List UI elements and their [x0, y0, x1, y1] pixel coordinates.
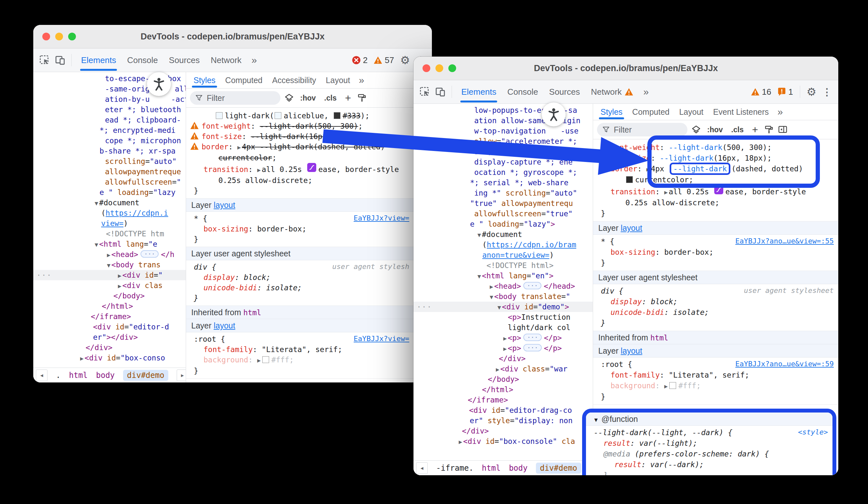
- css-declaration[interactable]: font-weight: --light-dark(500, 300);: [593, 142, 838, 153]
- dom-tree-line[interactable]: ▶<p>···</p>: [413, 333, 593, 343]
- dom-tree-line[interactable]: ▶<head>···</h: [33, 249, 186, 260]
- breadcrumb-item[interactable]: html: [482, 464, 501, 473]
- breadcrumb-back-icon[interactable]: ◀: [416, 462, 428, 474]
- dom-tree-line[interactable]: <!DOCTYPE htm: [33, 229, 186, 239]
- css-declaration[interactable]: }: [186, 293, 432, 303]
- dom-tree-line[interactable]: ▶<p>···</p>: [413, 343, 593, 353]
- dom-tree-line[interactable]: </iframe>: [33, 311, 186, 322]
- specificity-icon[interactable]: [691, 125, 701, 134]
- css-declaration[interactable]: result: var(--dark);: [586, 460, 833, 470]
- dom-tree-line[interactable]: ▼#document: [33, 198, 186, 208]
- dom-tree-line[interactable]: b-share *; xr-spa: [33, 146, 186, 156]
- new-style-rule-button[interactable]: +: [345, 92, 351, 104]
- css-declaration[interactable]: * {: [186, 213, 432, 224]
- dom-tree-line[interactable]: allowpaymentreque: [33, 167, 186, 177]
- link[interactable]: view=: [101, 219, 123, 228]
- dock-side-icon[interactable]: [778, 125, 787, 134]
- dom-tree-line[interactable]: ▶<div class="war: [413, 364, 593, 374]
- titlebar[interactable]: DevTools - codepen.io/bramus/pen/EaYBJJx: [33, 25, 432, 49]
- dom-tree-line[interactable]: ▶<div clas: [33, 280, 186, 291]
- dom-tree-line[interactable]: ▼<body translate=": [413, 291, 593, 302]
- device-toolbar-icon[interactable]: [53, 53, 68, 68]
- css-declaration[interactable]: border: ▶4px --light-dark(dashed, dotted…: [186, 142, 432, 153]
- dom-tree-line[interactable]: <p>Instruction: [413, 312, 593, 322]
- dom-tree-line[interactable]: a *; clipboard-read *;: [413, 147, 593, 157]
- css-declaration[interactable]: }: [186, 185, 432, 196]
- filter-input[interactable]: Filter: [597, 123, 688, 137]
- more-sidebar-tabs-icon[interactable]: »: [774, 107, 787, 117]
- css-declaration[interactable]: unicode-bidi: isolate;: [593, 307, 838, 318]
- node-options-icon[interactable]: ···: [37, 270, 52, 280]
- link[interactable]: layout: [214, 321, 235, 330]
- css-declaration[interactable]: --light-dark(--light, --dark) {: [586, 427, 833, 438]
- breadcrumb-forward-icon[interactable]: ▶: [177, 370, 186, 381]
- dom-tree-line[interactable]: ▼<html lang="e: [33, 239, 186, 249]
- css-declaration[interactable]: font-weight: --light-dark(500, 300);: [186, 121, 432, 131]
- link[interactable]: layout: [214, 200, 235, 210]
- dom-tree-line[interactable]: scrolling="auto": [33, 156, 186, 167]
- css-declaration[interactable]: * {: [593, 236, 838, 247]
- dom-tree-line[interactable]: </div>: [413, 353, 593, 364]
- css-declaration[interactable]: 0.25s allow-discrete;: [593, 198, 838, 208]
- css-declaration[interactable]: 0.25s allow-discrete;: [186, 175, 432, 185]
- css-declaration[interactable]: }: [186, 234, 432, 244]
- dom-tree-line[interactable]: "true" allowpaymentrequ: [413, 198, 593, 209]
- more-sidebar-tabs-icon[interactable]: »: [355, 75, 368, 86]
- dom-tree-line[interactable]: </iframe>: [413, 395, 593, 405]
- css-declaration[interactable]: }: [593, 318, 838, 329]
- dom-tree-line[interactable]: ▶<div id="box-console" cla: [413, 436, 593, 446]
- dom-tree-line[interactable]: er"></div>: [33, 332, 186, 342]
- error-count-badge[interactable]: 2: [352, 55, 368, 65]
- dom-tree-line[interactable]: ···▼<div id="demo">: [413, 302, 593, 312]
- breadcrumb-item[interactable]: .: [56, 371, 60, 380]
- tab-console[interactable]: Console: [122, 49, 163, 72]
- dom-tree-line[interactable]: er" style="display: non: [413, 415, 593, 426]
- dom-tree-line[interactable]: cope *; microphon: [33, 135, 186, 146]
- minimize-window-icon[interactable]: [55, 33, 63, 40]
- css-declaration[interactable]: }: [186, 366, 432, 376]
- dom-tree-line[interactable]: allowfullscreen=": [33, 177, 186, 187]
- dom-tree-line[interactable]: anon=true&view=): [413, 250, 593, 260]
- tab-sources[interactable]: Sources: [544, 80, 585, 103]
- more-tabs-icon[interactable]: »: [640, 86, 653, 97]
- css-declaration[interactable]: currentcolor;: [186, 153, 432, 163]
- tab-elements[interactable]: Elements: [75, 49, 122, 72]
- dom-tree-line[interactable]: ocation *; gyroscope *;: [413, 167, 593, 178]
- zoom-window-icon[interactable]: [448, 64, 456, 72]
- settings-gear-icon[interactable]: ⚙: [397, 53, 413, 68]
- dom-tree-line[interactable]: (https://cdpn.i: [33, 208, 186, 218]
- dom-tree-line[interactable]: </html>: [413, 384, 593, 395]
- sidebar-tab-accessibility[interactable]: Accessibility: [267, 72, 321, 88]
- sidebar-tab-layout[interactable]: Layout: [674, 104, 708, 120]
- toggle-hover-state-button[interactable]: :hov: [300, 94, 316, 102]
- minimize-window-icon[interactable]: [435, 64, 443, 72]
- dom-tree-line[interactable]: e " loading="lazy">: [413, 219, 593, 229]
- dom-tree-line[interactable]: </body>: [33, 291, 186, 301]
- css-declaration[interactable]: border: ▶4px --light-dark(dashed, dotted…: [593, 164, 838, 174]
- breadcrumb-item[interactable]: div#demo: [536, 463, 581, 474]
- css-declaration[interactable]: }: [593, 208, 838, 219]
- css-declaration[interactable]: box-sizing: border-box;: [186, 224, 432, 234]
- css-declaration[interactable]: display: block;: [186, 272, 432, 283]
- dom-tree-line[interactable]: (https://cdpn.io/bram: [413, 240, 593, 250]
- css-declaration[interactable]: background: ▶#fff;: [593, 381, 838, 392]
- inspect-element-icon[interactable]: [417, 84, 432, 99]
- sidebar-tab-computed[interactable]: Computed: [627, 104, 674, 120]
- breadcrumb-item[interactable]: html: [69, 371, 87, 380]
- more-tabs-icon[interactable]: »: [248, 54, 261, 65]
- toggle-class-button[interactable]: .cls: [731, 125, 744, 134]
- link[interactable]: https://cdpn.io/bram: [487, 241, 576, 249]
- tab-elements[interactable]: Elements: [456, 80, 502, 103]
- dom-tree-line[interactable]: ▶<div id="box-conso: [33, 353, 186, 363]
- dom-tree-line[interactable]: ▶<head>···</head>: [413, 281, 593, 291]
- css-declaration[interactable]: }: [586, 470, 833, 475]
- css-declaration[interactable]: }: [593, 392, 838, 402]
- breadcrumb-item[interactable]: -iframe.: [436, 464, 474, 473]
- dom-tree-line[interactable]: ation-by-u-act: [33, 94, 186, 104]
- sidebar-tab-styles[interactable]: Styles: [189, 72, 220, 88]
- breadcrumb-back-icon[interactable]: ◀: [36, 370, 48, 381]
- titlebar[interactable]: DevTools - codepen.io/bramus/pen/EaYBJJx: [413, 57, 838, 80]
- css-declaration[interactable]: @media (prefers-color-scheme: dark) {: [586, 449, 833, 460]
- link[interactable]: https://cdpn.i: [106, 209, 168, 217]
- close-window-icon[interactable]: [42, 33, 50, 40]
